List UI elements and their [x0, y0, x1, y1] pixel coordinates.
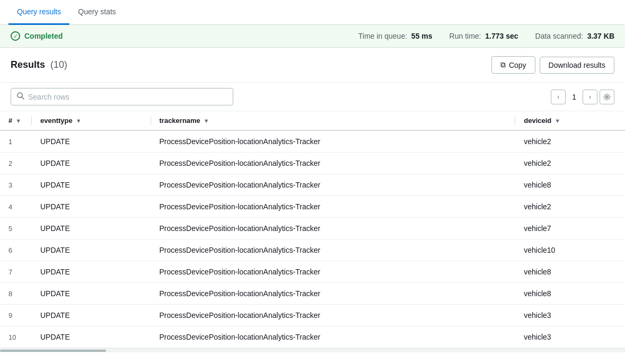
pagination: ‹ 1 ›	[551, 90, 614, 104]
tab-bar: Query results Query stats	[0, 0, 625, 25]
results-title: Results (10)	[11, 59, 67, 70]
cell-eventtype: UPDATE	[32, 218, 151, 239]
cell-num: 3	[0, 174, 32, 196]
table-header-row: # ▼ eventtype ▼ trackername ▼	[0, 111, 625, 130]
run-time-value: 1.773 sec	[485, 32, 518, 40]
cell-num: 2	[0, 153, 32, 174]
search-pagination-row: ‹ 1 ›	[0, 83, 625, 111]
col-header-num: # ▼	[0, 111, 32, 130]
cell-trackername: ProcessDevicePosition-locationAnalytics-…	[151, 196, 516, 218]
cell-trackername: ProcessDevicePosition-locationAnalytics-…	[151, 305, 516, 326]
cell-eventtype: UPDATE	[32, 174, 151, 196]
status-stats: Time in queue: 55 ms Run time: 1.773 sec…	[358, 32, 614, 40]
cell-eventtype: UPDATE	[32, 283, 151, 305]
cell-trackername: ProcessDevicePosition-locationAnalytics-…	[151, 326, 516, 348]
table-row: 10 UPDATE ProcessDevicePosition-location…	[0, 326, 625, 348]
cell-eventtype: UPDATE	[32, 196, 151, 218]
cell-eventtype: UPDATE	[32, 153, 151, 174]
table-row: 1 UPDATE ProcessDevicePosition-locationA…	[0, 130, 625, 153]
results-table-container: # ▼ eventtype ▼ trackername ▼	[0, 111, 625, 348]
cell-num: 7	[0, 261, 32, 283]
cell-trackername: ProcessDevicePosition-locationAnalytics-…	[151, 239, 516, 261]
cell-num: 5	[0, 218, 32, 239]
search-wrap	[11, 88, 233, 105]
cell-deviceid: vehicle8	[515, 283, 625, 305]
cell-trackername: ProcessDevicePosition-locationAnalytics-…	[151, 261, 516, 283]
data-scanned-value: 3.37 KB	[587, 32, 614, 40]
cell-num: 6	[0, 239, 32, 261]
copy-icon: ⧉	[500, 60, 506, 69]
cell-trackername: ProcessDevicePosition-locationAnalytics-…	[151, 153, 516, 174]
cell-num: 8	[0, 283, 32, 305]
table-row: 9 UPDATE ProcessDevicePosition-locationA…	[0, 305, 625, 326]
table-row: 6 UPDATE ProcessDevicePosition-locationA…	[0, 239, 625, 261]
table-row: 3 UPDATE ProcessDevicePosition-locationA…	[0, 174, 625, 196]
results-header: Results (10) ⧉ Copy Download results	[0, 48, 625, 83]
horizontal-scrollbar[interactable]	[0, 348, 625, 352]
cell-eventtype: UPDATE	[32, 261, 151, 283]
svg-line-1	[22, 97, 24, 99]
scrollbar-thumb[interactable]	[0, 350, 106, 352]
completed-icon: ✓	[11, 31, 20, 41]
status-bar: ✓ Completed Time in queue: 55 ms Run tim…	[0, 25, 625, 48]
tabs-container: Query results Query stats	[0, 0, 625, 25]
svg-point-2	[606, 96, 608, 98]
cell-deviceid: vehicle10	[515, 239, 625, 261]
cell-deviceid: vehicle2	[515, 153, 625, 174]
cell-trackername: ProcessDevicePosition-locationAnalytics-…	[151, 130, 516, 153]
time-in-queue-value: 55 ms	[411, 32, 433, 40]
sort-icon-eventtype[interactable]: ▼	[76, 118, 82, 124]
data-scanned-label: Data scanned: 3.37 KB	[535, 32, 614, 40]
settings-button[interactable]	[600, 90, 614, 104]
cell-num: 9	[0, 305, 32, 326]
table-row: 4 UPDATE ProcessDevicePosition-locationA…	[0, 196, 625, 218]
col-header-trackername: trackername ▼	[151, 111, 516, 130]
cell-deviceid: vehicle3	[515, 326, 625, 348]
download-results-button[interactable]: Download results	[540, 57, 614, 74]
table-row: 5 UPDATE ProcessDevicePosition-locationA…	[0, 218, 625, 239]
cell-deviceid: vehicle8	[515, 174, 625, 196]
cell-trackername: ProcessDevicePosition-locationAnalytics-…	[151, 174, 516, 196]
cell-deviceid: vehicle8	[515, 261, 625, 283]
cell-deviceid: vehicle2	[515, 130, 625, 153]
cell-eventtype: UPDATE	[32, 326, 151, 348]
col-header-deviceid: deviceid ▼	[515, 111, 625, 130]
search-icon	[16, 92, 25, 102]
search-input[interactable]	[28, 93, 227, 101]
table-row: 2 UPDATE ProcessDevicePosition-locationA…	[0, 153, 625, 174]
sort-icon-num[interactable]: ▼	[15, 118, 21, 124]
cell-trackername: ProcessDevicePosition-locationAnalytics-…	[151, 218, 516, 239]
cell-deviceid: vehicle3	[515, 305, 625, 326]
tab-query-results[interactable]: Query results	[8, 0, 69, 25]
header-actions: ⧉ Copy Download results	[491, 56, 614, 74]
cell-eventtype: UPDATE	[32, 305, 151, 326]
cell-deviceid: vehicle2	[515, 196, 625, 218]
results-count: (10)	[50, 59, 67, 70]
results-table: # ▼ eventtype ▼ trackername ▼	[0, 111, 625, 348]
time-in-queue-label: Time in queue: 55 ms	[358, 32, 433, 40]
table-row: 7 UPDATE ProcessDevicePosition-locationA…	[0, 261, 625, 283]
cell-eventtype: UPDATE	[32, 239, 151, 261]
table-body: 1 UPDATE ProcessDevicePosition-locationA…	[0, 130, 625, 348]
prev-page-button[interactable]: ‹	[551, 90, 566, 104]
sort-icon-trackername[interactable]: ▼	[204, 118, 209, 124]
cell-trackername: ProcessDevicePosition-locationAnalytics-…	[151, 283, 516, 305]
gear-icon	[603, 93, 611, 101]
copy-button[interactable]: ⧉ Copy	[491, 56, 535, 74]
cell-num: 1	[0, 130, 32, 153]
status-text: Completed	[24, 32, 63, 40]
cell-num: 10	[0, 326, 32, 348]
table-row: 8 UPDATE ProcessDevicePosition-locationA…	[0, 283, 625, 305]
cell-deviceid: vehicle7	[515, 218, 625, 239]
next-page-button[interactable]: ›	[583, 90, 597, 104]
tab-query-stats[interactable]: Query stats	[69, 0, 125, 25]
sort-icon-deviceid[interactable]: ▼	[554, 118, 560, 124]
run-time-label: Run time: 1.773 sec	[450, 32, 518, 40]
cell-num: 4	[0, 196, 32, 218]
current-page: 1	[568, 93, 580, 101]
cell-eventtype: UPDATE	[32, 130, 151, 153]
col-header-eventtype: eventtype ▼	[32, 111, 151, 130]
